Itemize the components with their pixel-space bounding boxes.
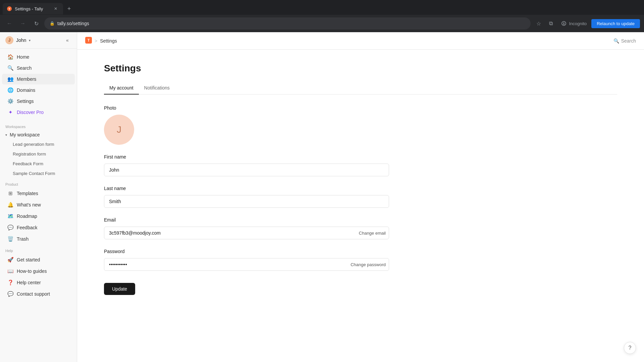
first-name-section: First name (104, 154, 617, 176)
user-photo-avatar[interactable]: J (104, 115, 134, 145)
workspaces-section-title: Workspaces (0, 121, 77, 130)
sidebar-item-home[interactable]: 🏠 Home (2, 52, 75, 62)
bookmark-button[interactable]: ☆ (533, 18, 544, 29)
sidebar-item-label: Feedback (17, 225, 37, 230)
tab-title: Settings - Tally (15, 6, 50, 11)
sidebar-item-label: Discover Pro (17, 110, 44, 115)
new-tab-button[interactable]: + (64, 4, 74, 13)
svg-text:T: T (88, 38, 90, 42)
topbar: T > Settings 🔍 Search (77, 32, 644, 50)
sidebar-item-get-started[interactable]: 🚀 Get started (2, 254, 75, 265)
members-icon: 👥 (7, 76, 13, 82)
sidebar-item-how-to-guides[interactable]: 📖 How-to guides (2, 266, 75, 277)
last-name-input[interactable] (104, 195, 389, 208)
workspace-name: My workspace (10, 132, 40, 137)
sidebar-item-templates[interactable]: ⊞ Templates (2, 188, 75, 199)
browser-layout-button[interactable]: ⧉ (545, 18, 556, 29)
breadcrumb-logo: T (85, 37, 92, 45)
help-button[interactable]: ? (624, 342, 636, 354)
sidebar-item-help-center[interactable]: ❓ Help center (2, 277, 75, 288)
relaunch-button[interactable]: Relaunch to update (591, 19, 640, 28)
sidebar-item-whats-new[interactable]: 🔔 What's new (2, 199, 75, 210)
sidebar-item-trash[interactable]: 🗑️ Trash (2, 234, 75, 244)
settings-title: Settings (104, 63, 617, 74)
browser-chrome: T Settings - Tally ✕ + ← → ↻ 🔒 tally.so/… (0, 0, 644, 32)
form-item-feedback-form[interactable]: Feedback Form (2, 159, 75, 168)
back-button[interactable]: ← (4, 18, 15, 29)
home-icon: 🏠 (7, 54, 13, 60)
address-bar[interactable]: 🔒 tally.so/settings (44, 17, 531, 29)
sidebar-item-roadmap[interactable]: 🗺️ Roadmap (2, 211, 75, 222)
last-name-section: Last name (104, 186, 617, 208)
templates-icon: ⊞ (7, 190, 13, 196)
sidebar-item-contact-support[interactable]: 💬 Contact support (2, 289, 75, 299)
svg-text:T: T (8, 7, 10, 11)
tab-notifications[interactable]: Notifications (139, 82, 175, 95)
help-section-title: Help (0, 245, 77, 254)
incognito-badge: Incognito (557, 19, 590, 28)
user-avatar: J (5, 36, 13, 44)
change-email-button[interactable]: Change email (359, 231, 386, 236)
sidebar-item-label: Roadmap (17, 214, 37, 219)
password-field-container: Change password (104, 258, 389, 271)
topbar-search[interactable]: 🔍 Search (613, 38, 636, 44)
reload-button[interactable]: ↻ (31, 18, 42, 29)
form-item-label: Sample Contact Form (13, 171, 55, 176)
sidebar-header: J John ▾ « (0, 32, 77, 49)
password-input[interactable] (104, 258, 389, 271)
product-section-title: Product (0, 178, 77, 188)
breadcrumb-current: Settings (100, 38, 117, 44)
workspace-chevron-icon: ▾ (5, 133, 7, 137)
form-item-registration[interactable]: Registration form (2, 149, 75, 159)
user-menu[interactable]: J John ▾ (5, 36, 31, 44)
domains-icon: 🌐 (7, 87, 13, 93)
last-name-label: Last name (104, 186, 617, 191)
update-button[interactable]: Update (104, 283, 135, 295)
topbar-search-label: Search (621, 38, 636, 44)
app-container: J John ▾ « 🏠 Home 🔍 Search 👥 Members 🌐 (0, 32, 644, 362)
trash-icon: 🗑️ (7, 236, 13, 242)
sidebar-item-members[interactable]: 👥 Members (2, 74, 75, 84)
sidebar-item-search[interactable]: 🔍 Search (2, 63, 75, 73)
form-item-sample-contact[interactable]: Sample Contact Form (2, 169, 75, 178)
sidebar-item-label: Settings (17, 99, 34, 104)
main-content: T > Settings 🔍 Search Settings My accoun… (77, 32, 644, 362)
settings-content: Settings My account Notifications Photo … (77, 50, 644, 362)
breadcrumb: T > Settings (85, 37, 117, 45)
sidebar-item-label: Templates (17, 191, 38, 196)
change-password-button[interactable]: Change password (351, 262, 386, 267)
settings-icon: ⚙️ (7, 98, 13, 104)
user-chevron-icon: ▾ (29, 39, 31, 42)
form-item-label: Lead generation form (13, 142, 54, 147)
sidebar-item-label: Get started (17, 257, 40, 262)
incognito-label: Incognito (569, 21, 587, 26)
forward-button[interactable]: → (17, 18, 28, 29)
sidebar: J John ▾ « 🏠 Home 🔍 Search 👥 Members 🌐 (0, 32, 77, 362)
tab-bar: T Settings - Tally ✕ + (0, 0, 644, 15)
lock-icon: 🔒 (50, 21, 55, 26)
form-item-lead-gen[interactable]: Lead generation form (2, 140, 75, 149)
email-input[interactable] (104, 227, 389, 239)
sidebar-item-label: Trash (17, 236, 29, 242)
url-text: tally.so/settings (57, 21, 525, 26)
sidebar-item-label: Domains (17, 87, 35, 93)
help-center-icon: ❓ (7, 280, 13, 286)
active-tab[interactable]: T Settings - Tally ✕ (3, 3, 63, 14)
password-label: Password (104, 249, 617, 254)
sidebar-collapse-button[interactable]: « (63, 36, 71, 44)
sidebar-item-label: Contact support (17, 291, 50, 297)
first-name-label: First name (104, 154, 617, 160)
sidebar-item-feedback[interactable]: 💬 Feedback (2, 222, 75, 233)
workspace-item[interactable]: ▾ My workspace (0, 130, 77, 139)
password-section: Password Change password (104, 249, 617, 271)
first-name-input[interactable] (104, 164, 389, 176)
feedback-icon: 💬 (7, 225, 13, 231)
sidebar-item-settings[interactable]: ⚙️ Settings (2, 96, 75, 107)
email-field-container: Change email (104, 227, 389, 239)
sidebar-item-domains[interactable]: 🌐 Domains (2, 85, 75, 96)
tab-my-account[interactable]: My account (104, 82, 139, 95)
sidebar-item-discover-pro[interactable]: ✦ Discover Pro (2, 107, 75, 118)
tab-close-button[interactable]: ✕ (52, 5, 59, 12)
get-started-icon: 🚀 (7, 257, 13, 263)
sidebar-item-label: Help center (17, 280, 41, 285)
